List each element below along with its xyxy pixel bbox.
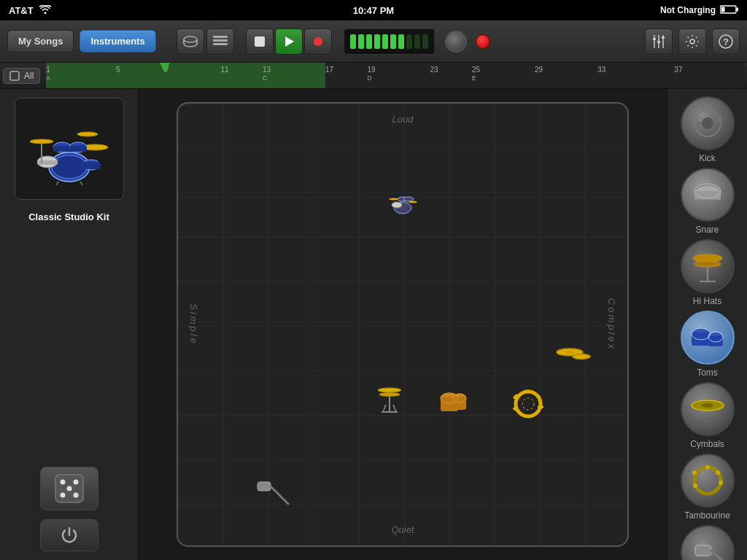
marker-1: 1A <box>46 66 50 82</box>
axis-quiet-label: Quiet <box>391 524 414 535</box>
meter-bar-2 <box>358 34 364 49</box>
svg-rect-6 <box>213 36 228 38</box>
snare-pad[interactable]: Snare <box>673 168 741 235</box>
snare-label: Snare <box>695 225 719 235</box>
timeline: All 1A 5 7 11 13C 17 19D 23 25E 29 33 37 <box>0 63 747 89</box>
svg-rect-7 <box>213 39 228 42</box>
marker-5: 5 <box>116 66 120 74</box>
svg-point-67 <box>525 390 531 394</box>
meter-bar-1 <box>350 34 356 49</box>
mallet-item[interactable] <box>255 479 290 505</box>
time-display: 10:47 PM <box>353 5 394 16</box>
shaker-circle <box>681 525 735 560</box>
meter-bar-8 <box>406 34 412 49</box>
kit-thumbnail[interactable] <box>15 98 124 200</box>
kick-circle <box>681 96 735 150</box>
cymbals-pad[interactable]: Cymbals <box>673 382 741 449</box>
kick-label: Kick <box>699 153 716 163</box>
svg-point-42 <box>73 493 78 498</box>
svg-point-48 <box>403 197 414 201</box>
main-content: Classic Studio Kit Loud Quiet <box>0 89 747 560</box>
svg-line-102 <box>711 551 723 560</box>
svg-line-73 <box>271 486 288 504</box>
marker-29: 29 <box>535 66 543 74</box>
my-songs-button[interactable]: My Songs <box>7 30 74 52</box>
timeline-track[interactable]: 1A 5 7 11 13C 17 19D 23 25E 29 33 37 <box>46 63 744 88</box>
meter-bar-6 <box>390 34 396 49</box>
svg-rect-33 <box>69 146 87 152</box>
meter-bar-5 <box>382 34 388 49</box>
power-button[interactable] <box>40 519 98 551</box>
cymbals-item[interactable] <box>555 343 592 367</box>
drum-icon-button[interactable] <box>177 28 204 55</box>
tambourine-label: Tambourine <box>684 510 730 521</box>
hihats-pad[interactable]: Hi Hats <box>673 239 741 306</box>
grid-container[interactable]: Loud Quiet Simple Complex <box>177 102 629 547</box>
shaker-pad[interactable]: Shaker <box>673 525 741 560</box>
bongos-item[interactable] <box>439 391 474 417</box>
svg-point-99 <box>692 470 697 475</box>
svg-point-29 <box>77 132 98 136</box>
svg-rect-72 <box>258 482 271 491</box>
svg-point-39 <box>60 480 65 485</box>
toms-label: Toms <box>697 368 718 378</box>
axis-simple-label: Simple <box>188 303 199 346</box>
record-button[interactable] <box>304 28 332 55</box>
stop-button[interactable] <box>246 28 274 55</box>
svg-rect-16 <box>657 41 660 43</box>
carrier-label: AT&T <box>9 5 34 16</box>
svg-point-64 <box>573 354 590 359</box>
marker-33: 33 <box>597 66 605 74</box>
level-meter <box>344 28 435 55</box>
svg-line-54 <box>383 405 386 412</box>
dice-button[interactable] <box>40 467 98 510</box>
list-view-button[interactable] <box>206 28 234 55</box>
kit-name-label: Classic Studio Kit <box>28 211 109 222</box>
svg-point-100 <box>693 483 697 488</box>
svg-point-45 <box>392 202 402 208</box>
svg-point-69 <box>538 405 543 409</box>
svg-rect-15 <box>653 38 656 40</box>
svg-point-93 <box>702 403 713 408</box>
svg-rect-59 <box>453 397 466 410</box>
cymbals-circle <box>681 382 735 436</box>
toms-pad[interactable]: Toms <box>673 311 741 378</box>
playhead[interactable] <box>160 63 170 73</box>
tambourine-pad[interactable]: Tambourine <box>673 454 741 521</box>
left-sidebar: Classic Studio Kit <box>0 89 139 560</box>
marker-19: 19D <box>367 66 375 82</box>
help-button[interactable]: ? <box>712 28 740 55</box>
hihats-circle <box>681 239 735 293</box>
wifi-icon <box>39 5 51 16</box>
right-sidebar: Kick Snare <box>667 89 747 560</box>
tambourine-item[interactable] <box>513 389 543 419</box>
toms-circle <box>681 311 735 365</box>
svg-text:?: ? <box>723 36 729 47</box>
svg-rect-8 <box>213 43 228 45</box>
svg-rect-101 <box>695 545 711 556</box>
svg-point-41 <box>60 493 65 498</box>
master-volume-knob[interactable] <box>445 31 467 52</box>
svg-point-66 <box>522 398 534 410</box>
marker-23: 23 <box>430 66 438 74</box>
battery-label: Not Charging <box>660 5 716 15</box>
svg-point-63 <box>565 351 574 354</box>
svg-rect-25 <box>37 160 58 165</box>
drum-kit-item[interactable] <box>387 186 419 215</box>
svg-rect-9 <box>255 36 265 47</box>
timeline-all-label: All <box>24 71 34 81</box>
mixer-button[interactable] <box>645 28 673 55</box>
hihat-item[interactable] <box>376 384 403 415</box>
play-button[interactable] <box>275 28 303 55</box>
status-bar: AT&T 10:47 PM Not Charging <box>0 0 747 20</box>
timeline-all-button[interactable]: All <box>3 68 40 84</box>
marker-25: 25E <box>472 66 480 82</box>
svg-line-37 <box>80 182 82 185</box>
snare-circle <box>681 168 735 222</box>
svg-point-18 <box>690 39 694 44</box>
settings-button[interactable] <box>678 28 706 55</box>
meter-bar-3 <box>366 34 372 49</box>
output-indicator <box>476 34 490 49</box>
instruments-button[interactable]: Instruments <box>80 30 155 52</box>
kick-pad[interactable]: Kick <box>673 96 741 163</box>
